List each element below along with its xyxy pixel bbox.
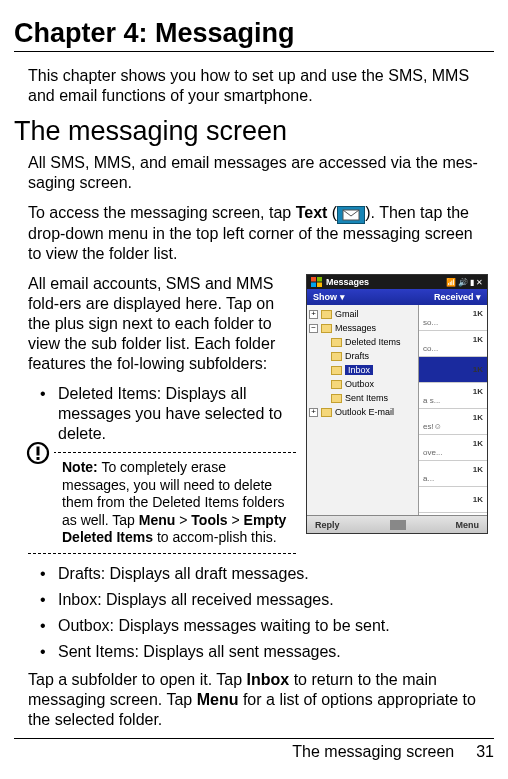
tree-messages: Messages bbox=[335, 323, 376, 333]
folder-icon bbox=[321, 324, 332, 333]
svg-rect-4 bbox=[311, 277, 316, 282]
tree-sent: Sent Items bbox=[345, 393, 388, 403]
list-item: 1Kove... bbox=[419, 435, 487, 461]
list-item: 1Kco... bbox=[419, 331, 487, 357]
list-item: 1Ka... bbox=[419, 461, 487, 487]
folder-tree: +Gmail −Messages Deleted Items Drafts In… bbox=[307, 305, 419, 515]
messaging-icon bbox=[337, 206, 365, 224]
text-label: Text bbox=[296, 204, 328, 221]
expand-icon: + bbox=[309, 310, 318, 319]
note-menu: Menu bbox=[139, 512, 176, 528]
tree-inbox: Inbox bbox=[345, 365, 373, 375]
phone-screenshot: Messages 📶 🔊 ▮ ✕ Show ▾ Received ▾ bbox=[306, 274, 488, 534]
folder-icon bbox=[331, 366, 342, 375]
list-item: 1Ka s... bbox=[419, 383, 487, 409]
tail-inbox: Inbox bbox=[247, 671, 290, 688]
note-box: Note: To completely erase messages, you … bbox=[28, 452, 296, 554]
list-item: 1K bbox=[419, 487, 487, 513]
folder-icon bbox=[331, 380, 342, 389]
bullet-deleted-items: Deleted Items: Displays all messages you… bbox=[40, 384, 296, 444]
page-footer: The messaging screen 31 bbox=[14, 738, 494, 761]
tree-outbox: Outbox bbox=[345, 379, 374, 389]
tail-menu: Menu bbox=[197, 691, 239, 708]
battery-icon: ▮ bbox=[470, 278, 474, 287]
folder-icon bbox=[331, 338, 342, 347]
tree-deleted: Deleted Items bbox=[345, 337, 401, 347]
chapter-title: Chapter 4: Messaging bbox=[14, 18, 494, 49]
footer-section-title: The messaging screen bbox=[292, 743, 454, 761]
svg-rect-5 bbox=[317, 277, 322, 282]
tree-outlook: Outlook E-mail bbox=[335, 407, 394, 417]
note-gt2: > bbox=[228, 512, 244, 528]
folder-icon bbox=[331, 352, 342, 361]
list-item: 1Kes!☺ bbox=[419, 409, 487, 435]
collapse-icon: − bbox=[309, 324, 318, 333]
phone-title: Messages bbox=[326, 277, 369, 287]
phone-status-bar: Messages 📶 🔊 ▮ ✕ bbox=[307, 275, 487, 289]
phone-header-bar: Show ▾ Received ▾ bbox=[307, 289, 487, 305]
menu-softkey: Menu bbox=[455, 520, 479, 530]
phone-status-icons: 📶 🔊 ▮ ✕ bbox=[446, 278, 483, 287]
message-list: 1Kso... 1Kco... 1K 1Ka s... 1Kes!☺ 1Kove… bbox=[419, 305, 487, 515]
title-rule bbox=[14, 51, 494, 52]
phone-softkey-bar: Reply Menu bbox=[307, 515, 487, 533]
p2-a: To access the messaging screen, tap bbox=[28, 204, 296, 221]
close-icon: ✕ bbox=[476, 278, 483, 287]
svg-rect-3 bbox=[37, 457, 40, 460]
section-title: The messaging screen bbox=[14, 116, 494, 147]
paragraph-3: All email accounts, SMS and MMS fold-ers… bbox=[28, 274, 296, 374]
folder-icon bbox=[321, 310, 332, 319]
note-text: Note: To completely erase messages, you … bbox=[28, 459, 296, 547]
list-item-selected: 1K bbox=[419, 357, 487, 383]
folder-icon bbox=[321, 408, 332, 417]
tree-gmail: Gmail bbox=[335, 309, 359, 319]
svg-rect-6 bbox=[311, 283, 316, 288]
bullet-sent: Sent Items: Displays all sent messages. bbox=[40, 642, 488, 662]
svg-rect-2 bbox=[37, 447, 40, 456]
note-tools: Tools bbox=[191, 512, 227, 528]
reply-softkey: Reply bbox=[315, 520, 340, 530]
bullet-outbox: Outbox: Displays messages waiting to be … bbox=[40, 616, 488, 636]
p2-c: ( bbox=[327, 204, 337, 221]
tree-drafts: Drafts bbox=[345, 351, 369, 361]
note-end: to accom-plish this. bbox=[153, 529, 277, 545]
alert-icon bbox=[26, 441, 54, 465]
expand-icon: + bbox=[309, 408, 318, 417]
show-label: Show ▾ bbox=[313, 292, 345, 302]
signal-icon: 📶 bbox=[446, 278, 456, 287]
folder-icon bbox=[331, 394, 342, 403]
tail-a: Tap a subfolder to open it. Tap bbox=[28, 671, 247, 688]
bullet-inbox: Inbox: Displays all received messages. bbox=[40, 590, 488, 610]
speaker-icon: 🔊 bbox=[458, 278, 468, 287]
bullet-drafts: Drafts: Displays all draft messages. bbox=[40, 564, 488, 584]
paragraph-1: All SMS, MMS, and email messages are acc… bbox=[28, 153, 488, 193]
received-label: Received ▾ bbox=[434, 292, 481, 302]
tail-paragraph: Tap a subfolder to open it. Tap Inbox to… bbox=[28, 670, 488, 730]
keyboard-icon bbox=[390, 520, 406, 530]
paragraph-2: To access the messaging screen, tap Text… bbox=[28, 203, 488, 264]
note-gt1: > bbox=[175, 512, 191, 528]
intro-paragraph: This chapter shows you how to set up and… bbox=[28, 66, 488, 106]
note-prefix: Note: bbox=[62, 459, 98, 475]
start-flag-icon bbox=[311, 277, 322, 287]
footer-page-number: 31 bbox=[476, 743, 494, 761]
list-item: 1Kso... bbox=[419, 305, 487, 331]
svg-rect-7 bbox=[317, 283, 322, 288]
